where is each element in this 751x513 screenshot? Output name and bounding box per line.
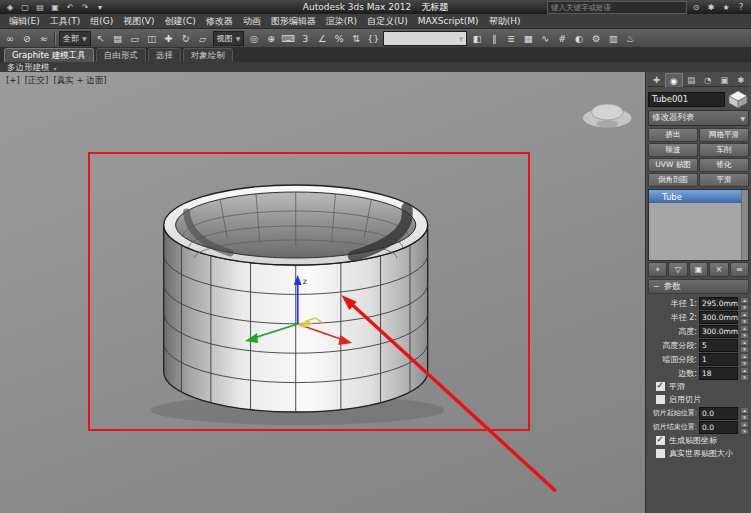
select-by-name-icon[interactable]: ▤ xyxy=(110,31,126,46)
checkbox[interactable] xyxy=(655,394,666,405)
app-logo-icon[interactable]: ◈ xyxy=(3,1,17,13)
select-object-icon[interactable]: ↖ xyxy=(93,31,109,46)
spinner-arrows[interactable]: ▴▾ xyxy=(740,339,749,351)
object-name-field[interactable]: Tube001 xyxy=(648,92,725,107)
modifier-preset-button[interactable]: UVW 贴图 xyxy=(648,158,698,172)
tab-create-icon[interactable]: ✚ xyxy=(648,73,665,87)
modifier-stack-item[interactable]: Tube xyxy=(649,190,748,203)
pin-stack-icon[interactable]: ⌖ xyxy=(648,262,667,277)
parameter-value-field[interactable]: 300.0mm xyxy=(699,311,738,324)
scrollbar[interactable] xyxy=(741,190,748,260)
select-and-rotate-icon[interactable]: ↻ xyxy=(178,31,194,46)
viewport[interactable]: [+] [正交] [真实 + 边面] xyxy=(0,72,645,513)
viewport-general-menu[interactable]: [+] xyxy=(6,75,20,87)
percent-snap-icon[interactable]: % xyxy=(331,31,347,46)
menu-item[interactable]: 自定义(U) xyxy=(362,14,413,28)
select-and-move-icon[interactable]: ✚ xyxy=(161,31,177,46)
render-setup-icon[interactable]: ⚙ xyxy=(588,31,604,46)
search-input[interactable] xyxy=(547,1,687,14)
layer-manager-icon[interactable]: ≣ xyxy=(503,31,519,46)
parameter-value-field[interactable]: 5 xyxy=(699,339,738,352)
redo-icon[interactable]: ↷ xyxy=(78,1,92,13)
graphite-ribbon-toggle-icon[interactable]: ▦ xyxy=(520,31,536,46)
checkbox[interactable] xyxy=(655,448,666,459)
make-unique-icon[interactable]: ▣ xyxy=(689,262,708,277)
viewport-canvas[interactable]: z xyxy=(0,72,645,513)
checkbox[interactable] xyxy=(655,435,666,446)
tab-hierarchy-icon[interactable]: ▤ xyxy=(683,73,700,87)
menu-item[interactable]: 图形编辑器 xyxy=(266,14,321,28)
modifier-preset-button[interactable]: 平滑 xyxy=(699,173,749,187)
edit-named-selection-sets-icon[interactable]: {} xyxy=(365,31,381,46)
ribbon-tab[interactable]: 对象绘制 xyxy=(183,48,233,62)
ribbon-tab[interactable]: Graphite 建模工具 xyxy=(4,48,94,62)
angle-snap-icon[interactable]: ∠ xyxy=(314,31,330,46)
ribbon-tab[interactable]: 选择 xyxy=(148,48,181,62)
parameter-value-field[interactable]: 295.0mm xyxy=(699,297,738,310)
material-editor-icon[interactable]: ◐ xyxy=(571,31,587,46)
menu-item[interactable]: MAXScript(M) xyxy=(413,14,484,28)
tab-modify-icon[interactable]: ◉ xyxy=(665,73,684,87)
window-crossing-icon[interactable]: ◫ xyxy=(144,31,160,46)
chevron-down-icon[interactable]: ▾ xyxy=(54,65,57,72)
modifier-preset-button[interactable]: 车削 xyxy=(699,143,749,157)
modifier-preset-button[interactable]: 锥化 xyxy=(699,158,749,172)
modifier-preset-button[interactable]: 噪波 xyxy=(648,143,698,157)
checkbox[interactable] xyxy=(655,381,666,392)
tab-utilities-icon[interactable]: ✱ xyxy=(733,73,750,87)
parameter-value-field[interactable]: 0.0 xyxy=(699,421,738,434)
parameters-rollout-header[interactable]: − 参数 xyxy=(648,279,749,294)
unlink-selection-icon[interactable]: ⊘ xyxy=(19,31,35,46)
menu-item[interactable]: 工具(T) xyxy=(45,14,86,28)
menu-item[interactable]: 组(G) xyxy=(85,14,118,28)
modifier-preset-button[interactable]: 网格平滑 xyxy=(699,128,749,142)
schematic-view-icon[interactable]: # xyxy=(554,31,570,46)
menu-item[interactable]: 动画 xyxy=(238,14,266,28)
spinner-arrows[interactable]: ▴▾ xyxy=(740,311,749,323)
keyboard-shortcut-override-icon[interactable]: ⌨ xyxy=(280,31,296,46)
favorites-icon[interactable]: ★ xyxy=(719,1,733,13)
modifier-list-dropdown[interactable]: 修改器列表 ▼ xyxy=(648,110,749,126)
mirror-icon[interactable]: ◧ xyxy=(469,31,485,46)
select-and-link-icon[interactable]: ∞ xyxy=(2,31,18,46)
viewport-pov-label[interactable]: [正交] xyxy=(25,75,49,87)
spinner-snap-icon[interactable]: ⇅ xyxy=(348,31,364,46)
menu-item[interactable]: 帮助(H) xyxy=(484,14,526,28)
modifier-stack[interactable]: Tube xyxy=(648,189,749,261)
remove-modifier-icon[interactable]: × xyxy=(709,262,728,277)
spinner-arrows[interactable]: ▴▾ xyxy=(740,421,749,433)
modifier-preset-button[interactable]: 挤出 xyxy=(648,128,698,142)
tab-display-icon[interactable]: ▣ xyxy=(716,73,733,87)
snaps-toggle-3d-icon[interactable]: 3 xyxy=(297,31,313,46)
viewport-shading-label[interactable]: [真实 + 边面] xyxy=(53,75,106,87)
select-and-scale-icon[interactable]: ▱ xyxy=(195,31,211,46)
bind-to-space-warp-icon[interactable]: ≈ xyxy=(36,31,52,46)
reference-coordinate-dropdown[interactable]: 视图▼ xyxy=(213,31,245,46)
spinner-arrows[interactable]: ▴▾ xyxy=(740,407,749,419)
communication-center-icon[interactable]: ✱ xyxy=(704,1,718,13)
curve-editor-icon[interactable]: ∿ xyxy=(537,31,553,46)
help-icon[interactable]: ? xyxy=(734,1,748,13)
use-pivot-center-icon[interactable]: ◎ xyxy=(246,31,262,46)
parameter-value-field[interactable]: 18 xyxy=(699,367,738,380)
align-icon[interactable]: ∥ xyxy=(486,31,502,46)
configure-modifier-sets-icon[interactable]: ≡ xyxy=(730,262,749,277)
new-scene-icon[interactable]: ▢ xyxy=(18,1,32,13)
selection-filter-dropdown[interactable]: 全部▼ xyxy=(59,31,91,46)
spinner-arrows[interactable]: ▴▾ xyxy=(740,353,749,365)
menu-item[interactable]: 编辑(E) xyxy=(4,14,45,28)
menu-item[interactable]: 视图(V) xyxy=(118,14,159,28)
spinner-arrows[interactable]: ▴▾ xyxy=(740,325,749,337)
parameter-value-field[interactable]: 1 xyxy=(699,353,738,366)
named-selection-sets-combo[interactable]: ▼ xyxy=(383,31,467,46)
spinner-arrows[interactable]: ▴▾ xyxy=(740,297,749,309)
select-and-manipulate-icon[interactable]: ⊕ xyxy=(263,31,279,46)
render-production-icon[interactable]: ♨ xyxy=(622,31,638,46)
rendered-frame-icon[interactable]: ▥ xyxy=(605,31,621,46)
project-menu-icon[interactable]: ▾ xyxy=(93,1,107,13)
parameter-value-field[interactable]: 0.0 xyxy=(699,407,738,420)
undo-icon[interactable]: ↶ xyxy=(63,1,77,13)
modifier-preset-button[interactable]: 倒角剖面 xyxy=(648,173,698,187)
menu-item[interactable]: 渲染(R) xyxy=(321,14,362,28)
save-scene-icon[interactable]: ▣ xyxy=(48,1,62,13)
